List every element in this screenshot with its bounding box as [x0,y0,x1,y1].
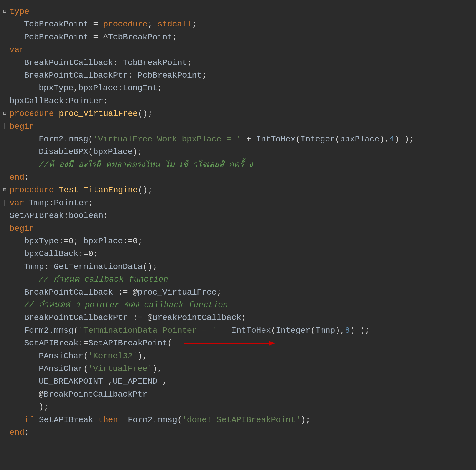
line: ⊟procedure Test_TitanEngine(); [0,184,476,196]
token-plain: ( [167,337,172,349]
token-keyword: procedure [9,184,54,196]
token-plain: ; [103,95,108,107]
fold-icon: │ [3,122,9,131]
token-var-name: BreakPointCallback [24,56,113,69]
token-type-name: Pointer [69,95,103,107]
line: end; [0,171,476,184]
fold-icon: ⊟ [3,8,9,16]
token-func-call: Form2.mmsg [128,414,177,426]
fold-icon: │ [3,199,9,207]
line: //ต้ องมี อะไรผิ ดพลาดตรงไหน ไม่ เข้ าใจ… [0,158,476,171]
token-plain: ( [88,133,93,145]
token-type-name: LongInt [123,82,157,94]
token-plain: :=0; [123,235,143,247]
token-func-call: Integer [301,133,335,145]
token-plain: ( [311,324,316,337]
token-plain: ( [296,133,301,145]
token-plain [54,107,59,120]
line: PAnsiChar('VirtualFree'), [0,362,476,375]
token-var-name: Tmnp [24,260,44,273]
code-editor: ⊟typeTcbBreakPoint = procedure; stdcall;… [0,3,476,441]
token-var-name: BreakPointCallbackPtr [24,311,128,324]
token-proc-name: Test_TitanEngine [59,184,138,196]
token-var-name: SetAPIBreak [39,414,93,426]
token-plain [34,414,39,426]
token-plain: : [113,56,123,69]
token-func-call: IntToHex [256,133,295,145]
token-plain: (); [143,260,157,273]
token-plain: := [44,260,54,273]
token-plain: ; [202,69,207,82]
token-plain: (); [138,107,152,120]
token-plain: : [128,69,138,82]
line: if SetAPIBreak then Form2.mmsg('done! Se… [0,414,476,426]
token-plain [93,414,98,426]
token-string: 'Kernel32' [88,350,138,362]
token-func-call: Integer [276,324,311,337]
token-var-name: BreakPointCallback [24,286,113,299]
token-plain: ) ); [394,133,414,145]
token-plain: ; [192,18,197,31]
token-string: 'TerminationData Pointer = ' [78,324,217,337]
token-func-call: Form2.mmsg [39,133,88,145]
token-var-name: bpxType [24,235,59,247]
token-comment: // กำหนดค่ า pointer ของ callback functi… [24,299,228,311]
token-type-name: boolean [69,209,103,222]
token-plain [54,184,59,196]
line: end; [0,426,476,439]
token-string: 'VirtualFree' [88,362,152,375]
line: bpxType:=0; bpxPlace:=0; [0,235,476,247]
token-kw: begin [9,120,34,133]
token-var-name: UE_BREAKPOINT [39,375,103,388]
token-plain: :=0; [78,247,98,260]
token-plain: ; [24,171,29,184]
token-plain: , [157,375,167,388]
token-plain: ( [83,350,88,362]
line: UE_BREAKPOINT ,UE_APIEND , [0,375,476,388]
token-func-call: BreakPointCallback [152,311,241,324]
token-plain: ); [133,145,143,158]
token-plain: ; [24,426,29,439]
token-plain: ), [138,350,148,362]
token-keyword: procedure [9,107,54,120]
token-var-name: BreakPointCallbackPtr [44,388,148,401]
line: BreakPointCallbackPtr: PcbBreakPoint; [0,69,476,82]
token-func-call: proc_VirtualFree [138,286,217,299]
line: BreakPointCallback := @proc_VirtualFree; [0,286,476,299]
token-type-name: PcbBreakPoint [138,69,202,82]
token-plain: ), [152,362,162,375]
line: begin [0,222,476,235]
line: DisableBPX(bpxPlace); [0,145,476,158]
line: bpxCallBack:Pointer; [0,95,476,107]
token-var-name: SetAPIBreak [24,337,78,349]
token-func-call: GetTerminationData [54,260,143,273]
token-comment: //ต้ องมี อะไรผิ ดพลาดตรงไหน ไม่ เข้ าใจ… [39,158,253,171]
token-var-name: bpxPlace [93,145,133,158]
token-kw: var [9,44,24,56]
token-plain: : [64,209,69,222]
token-string: 'VirtualFree Work bpxPlace = ' [93,133,241,145]
token-var-name: bpxPlace [83,235,123,247]
token-func-call: SetAPIBreakPoint [88,337,167,349]
token-var-name: PcbBreakPoint [24,31,88,44]
token-keyword: stdcall [157,18,192,31]
fold-icon: ⊟ [3,186,9,194]
token-plain: ( [335,133,340,145]
token-type-name: Pointer [54,197,88,209]
line: Tmnp:=GetTerminationData(); [0,260,476,273]
token-kw: end [9,426,24,439]
token-proc-name: proc_VirtualFree [59,107,138,120]
token-plain: ), [379,133,389,145]
line: var [0,44,476,56]
token-comment: // กำหนด callback function [39,273,168,286]
token-func-call: IntToHex [232,324,271,337]
line: TcbBreakPoint = procedure; stdcall; [0,18,476,31]
token-kw: type [9,5,29,18]
token-plain: := @ [128,311,152,324]
token-number: 4 [389,133,394,145]
fold-icon: ⊟ [3,110,9,118]
line: ); [0,401,476,413]
line: PcbBreakPoint = ^TcbBreakPoint; [0,31,476,44]
token-plain: + [217,324,231,337]
line: BreakPointCallbackPtr := @BreakPointCall… [0,311,476,324]
